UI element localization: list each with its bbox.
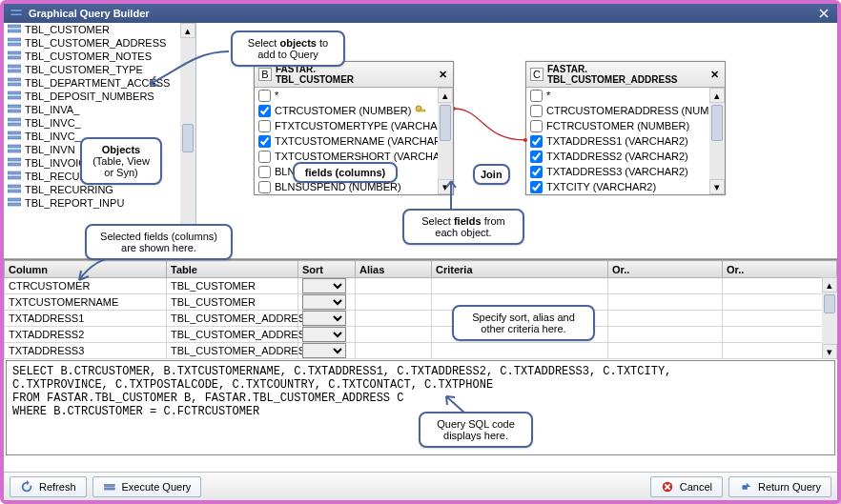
- cell-sort[interactable]: [298, 294, 356, 311]
- cell-alias[interactable]: [356, 278, 432, 294]
- scroll-thumb[interactable]: [440, 105, 451, 141]
- cell-column[interactable]: TXTADDRESS3: [5, 343, 167, 359]
- cell-or1[interactable]: [608, 294, 723, 311]
- column-item[interactable]: TXTCUSTOMERNAME (VARCHAR2): [255, 133, 438, 149]
- grid-row[interactable]: CTRCUSTOMERTBL_CUSTOMER: [5, 278, 837, 294]
- cell-or2[interactable]: [723, 311, 837, 327]
- column-checkbox[interactable]: [258, 181, 271, 193]
- grid-header[interactable]: Or..: [608, 261, 723, 278]
- sort-select[interactable]: [302, 311, 346, 326]
- object-item[interactable]: TBL_CUSTOMER_NOTES: [4, 50, 180, 63]
- table-close-c[interactable]: ✕: [708, 68, 721, 81]
- object-item[interactable]: TBL_DEPOSIT_NUMBERS: [4, 90, 180, 103]
- scroll-down-icon[interactable]: ▾: [438, 179, 453, 194]
- column-checkbox[interactable]: [258, 166, 271, 178]
- scroll-up-icon[interactable]: ▴: [438, 88, 453, 103]
- grid-row[interactable]: TXTADDRESS1TBL_CUSTOMER_ADDRESS: [5, 311, 837, 327]
- cell-or1[interactable]: [608, 278, 723, 294]
- scroll-up-icon[interactable]: ▴: [180, 23, 195, 38]
- grid-scrollbar[interactable]: ▴ ▾: [822, 277, 837, 359]
- grid-header[interactable]: Column: [5, 261, 167, 278]
- grid-header[interactable]: Table: [167, 261, 298, 278]
- cell-sort[interactable]: [298, 343, 356, 359]
- cell-table[interactable]: TBL_CUSTOMER: [167, 294, 298, 311]
- cell-sort[interactable]: [298, 278, 356, 294]
- cell-or1[interactable]: [608, 343, 723, 359]
- grid-row[interactable]: TXTADDRESS2TBL_CUSTOMER_ADDRESS: [5, 327, 837, 343]
- table-close-b[interactable]: ✕: [436, 68, 449, 81]
- cell-alias[interactable]: [356, 311, 432, 327]
- cell-table[interactable]: TBL_CUSTOMER: [167, 278, 298, 294]
- cell-sort[interactable]: [298, 311, 356, 327]
- object-item[interactable]: TBL_INVC_: [4, 116, 180, 130]
- scroll-up-icon[interactable]: ▴: [709, 88, 725, 103]
- cell-criteria[interactable]: [432, 343, 608, 359]
- scroll-thumb[interactable]: [711, 105, 723, 141]
- grid-header[interactable]: Sort: [298, 261, 356, 278]
- cell-column[interactable]: TXTADDRESS1: [5, 311, 167, 327]
- cell-or2[interactable]: [723, 278, 837, 294]
- scroll-up-icon[interactable]: ▴: [822, 277, 837, 292]
- column-checkbox[interactable]: [530, 90, 543, 102]
- grid-row[interactable]: TXTADDRESS3TBL_CUSTOMER_ADDRESS: [5, 343, 837, 359]
- cell-table[interactable]: TBL_CUSTOMER_ADDRESS: [167, 343, 298, 359]
- object-item[interactable]: TBL_INVA_: [4, 103, 180, 116]
- cell-alias[interactable]: [356, 294, 432, 311]
- grid-row[interactable]: TXTCUSTOMERNAMETBL_CUSTOMER: [5, 294, 837, 311]
- sort-select[interactable]: [302, 327, 346, 342]
- table-c-scrollbar[interactable]: ▴ ▾: [709, 88, 725, 194]
- cell-table[interactable]: TBL_CUSTOMER_ADDRESS: [167, 327, 298, 343]
- column-item[interactable]: TXTCITY (VARCHAR2): [526, 179, 709, 194]
- column-checkbox[interactable]: [258, 105, 271, 117]
- scroll-down-icon[interactable]: ▾: [822, 344, 837, 359]
- column-checkbox[interactable]: [530, 166, 543, 178]
- window-close-button[interactable]: [816, 6, 831, 21]
- column-item[interactable]: TXTADDRESS2 (VARCHAR2): [526, 149, 709, 164]
- column-star[interactable]: *: [526, 88, 709, 103]
- sort-select[interactable]: [302, 294, 346, 310]
- cell-or2[interactable]: [723, 327, 837, 343]
- column-item[interactable]: CTRCUSTOMER (NUMBER): [255, 103, 438, 118]
- cell-sort[interactable]: [298, 327, 356, 343]
- column-checkbox[interactable]: [530, 105, 543, 117]
- column-item[interactable]: FTXTCUSTOMERTYPE (VARCHAR2): [255, 118, 438, 133]
- cancel-button[interactable]: Cancel: [650, 476, 723, 497]
- table-window-c[interactable]: C FASTAR.TBL_CUSTOMER_ADDRESS ✕ *CTRCUST…: [525, 61, 726, 195]
- column-checkbox[interactable]: [258, 90, 271, 102]
- object-list-scrollbar[interactable]: ▴ ▾: [180, 23, 195, 258]
- scroll-down-icon[interactable]: ▾: [709, 179, 725, 194]
- refresh-button[interactable]: Refresh: [10, 476, 87, 497]
- object-item[interactable]: TBL_CUSTOMER_ADDRESS: [4, 36, 180, 50]
- column-item[interactable]: FCTRCUSTOMER (NUMBER): [526, 118, 709, 133]
- sort-select[interactable]: [302, 278, 346, 293]
- column-checkbox[interactable]: [530, 135, 543, 148]
- cell-or1[interactable]: [608, 311, 723, 327]
- cell-alias[interactable]: [356, 343, 432, 359]
- column-checkbox[interactable]: [258, 135, 271, 148]
- scroll-thumb[interactable]: [182, 124, 194, 152]
- cell-table[interactable]: TBL_CUSTOMER_ADDRESS: [167, 311, 298, 327]
- grid-header[interactable]: Alias: [356, 261, 432, 278]
- grid-header[interactable]: Criteria: [432, 261, 608, 278]
- column-checkbox[interactable]: [258, 151, 271, 163]
- cell-or1[interactable]: [608, 327, 723, 343]
- object-item[interactable]: TBL_CUSTOMER: [4, 23, 180, 36]
- column-item[interactable]: CTRCUSTOMERADDRESS (NUMBER): [526, 103, 709, 118]
- cell-criteria[interactable]: [432, 278, 608, 294]
- column-checkbox[interactable]: [530, 151, 543, 163]
- column-checkbox[interactable]: [530, 120, 543, 132]
- scroll-thumb[interactable]: [824, 294, 835, 313]
- cell-column[interactable]: TXTCUSTOMERNAME: [5, 294, 167, 311]
- cell-or2[interactable]: [723, 294, 837, 311]
- grid-header[interactable]: Or..: [723, 261, 837, 278]
- object-item[interactable]: TBL_RECURRING: [4, 183, 180, 196]
- table-header-c[interactable]: C FASTAR.TBL_CUSTOMER_ADDRESS ✕: [526, 62, 725, 88]
- table-b-scrollbar[interactable]: ▴ ▾: [438, 88, 453, 194]
- cell-alias[interactable]: [356, 327, 432, 343]
- cell-or2[interactable]: [723, 343, 837, 359]
- return-query-button[interactable]: Return Query: [728, 476, 831, 497]
- execute-query-button[interactable]: Execute Query: [92, 476, 202, 497]
- object-item[interactable]: TBL_CUSTOMER_TYPE: [4, 63, 180, 76]
- cell-column[interactable]: TXTADDRESS2: [5, 327, 167, 343]
- sort-select[interactable]: [302, 343, 346, 358]
